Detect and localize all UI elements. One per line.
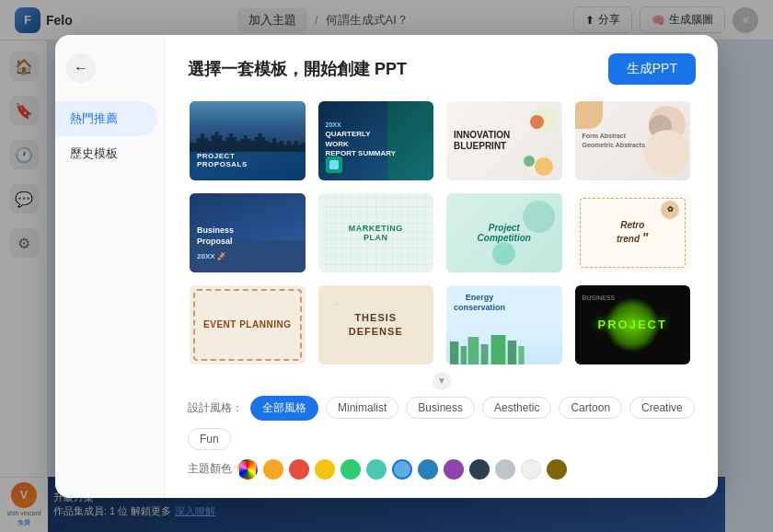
template-card-project-proposals[interactable]: 2024 PROJECT PROPOSALS xyxy=(188,99,307,182)
back-icon: ← xyxy=(74,60,88,76)
nav-history-templates[interactable]: 歷史模板 xyxy=(55,136,165,171)
style-btn-minimalist[interactable]: Minimalist xyxy=(326,397,398,419)
color-white[interactable] xyxy=(521,459,541,480)
modal-overlay: ← 熱門推薦 歷史模板 選擇一套模板，開始創建 PPT 生成PPT xyxy=(0,0,773,532)
style-btn-aesthetic[interactable]: Aesthetic xyxy=(482,397,551,419)
color-brown[interactable] xyxy=(547,459,567,480)
color-cyan[interactable] xyxy=(366,459,386,480)
template-modal: ← 熱門推薦 歷史模板 選擇一套模板，開始創建 PPT 生成PPT xyxy=(55,35,718,498)
template-card-business-project[interactable]: BUSINESS PROJECT xyxy=(573,283,693,366)
color-blue[interactable] xyxy=(418,459,438,480)
template-card-event-planning[interactable]: EVENT PLANNING xyxy=(188,283,307,366)
generate-ppt-button[interactable]: 生成PPT xyxy=(608,53,696,85)
color-dark[interactable] xyxy=(469,459,490,480)
template-card-quarterly-report[interactable]: 20XX QUARTERLYWORKREPORT SUMMARY xyxy=(317,99,436,182)
svg-rect-5 xyxy=(491,335,506,364)
color-yellow[interactable] xyxy=(315,459,335,480)
nav-hot-templates[interactable]: 熱門推薦 xyxy=(55,101,157,136)
history-label: 歷史模板 xyxy=(70,146,118,160)
hot-label: 熱門推薦 xyxy=(70,111,118,125)
color-light-blue[interactable] xyxy=(392,459,412,480)
modal-sidebar: ← 熱門推薦 歷史模板 xyxy=(55,35,166,498)
template-card-geometric[interactable]: Form AbstractGeometric Abstracts xyxy=(573,99,693,182)
template-card-marketing-plan[interactable]: MARKETINGPLAN xyxy=(317,191,436,274)
color-gray[interactable] xyxy=(495,459,515,480)
template-card-retro-trend[interactable]: ✿ Retrotrend " xyxy=(573,191,693,274)
svg-rect-1 xyxy=(450,341,458,364)
color-rainbow[interactable] xyxy=(237,459,258,480)
modal-title: 選擇一套模板，開始創建 PPT xyxy=(188,58,407,80)
color-orange[interactable] xyxy=(263,459,283,480)
template-card-business-proposal[interactable]: 20XX 🚀 BusinessProposal xyxy=(188,191,307,274)
color-purple[interactable] xyxy=(444,459,464,480)
modal-header: 選擇一套模板，開始創建 PPT 生成PPT xyxy=(188,53,696,85)
template-card-energy[interactable]: Energyconservation xyxy=(444,283,564,366)
style-filter-bar: 設計風格： 全部風格 Minimalist Business Aesthetic… xyxy=(188,396,696,450)
style-btn-business[interactable]: Business xyxy=(406,397,475,419)
svg-rect-7 xyxy=(518,346,524,364)
template-card-thesis-defense[interactable]: THESISDEFENSE xyxy=(317,283,436,366)
modal-back-button[interactable]: ← xyxy=(66,53,96,83)
template-card-innovation[interactable]: INNOVATIONBLUEPRINT xyxy=(444,99,564,182)
modal-main: 選擇一套模板，開始創建 PPT 生成PPT 2024 PROJECT PROPO… xyxy=(166,35,718,498)
svg-marker-0 xyxy=(190,132,306,152)
style-btn-cartoon[interactable]: Cartoon xyxy=(559,397,622,419)
svg-rect-6 xyxy=(508,341,516,364)
svg-rect-2 xyxy=(461,346,467,364)
scroll-down-indicator[interactable]: ▼ xyxy=(188,372,696,390)
style-btn-fun[interactable]: Fun xyxy=(188,428,231,450)
color-red[interactable] xyxy=(289,459,309,480)
color-theme-bar: 主題顏色 xyxy=(188,459,696,480)
svg-rect-3 xyxy=(468,337,479,364)
svg-rect-4 xyxy=(481,344,489,364)
style-btn-creative[interactable]: Creative xyxy=(629,397,695,419)
style-label: 設計風格： xyxy=(188,400,243,416)
template-card-project-competition[interactable]: ProjectCompetition xyxy=(444,191,564,274)
style-btn-all[interactable]: 全部風格 xyxy=(250,396,318,421)
color-green[interactable] xyxy=(340,459,361,480)
template-grid: 2024 PROJECT PROPOSALS xyxy=(188,99,696,366)
color-label: 主題顏色 xyxy=(188,461,232,477)
